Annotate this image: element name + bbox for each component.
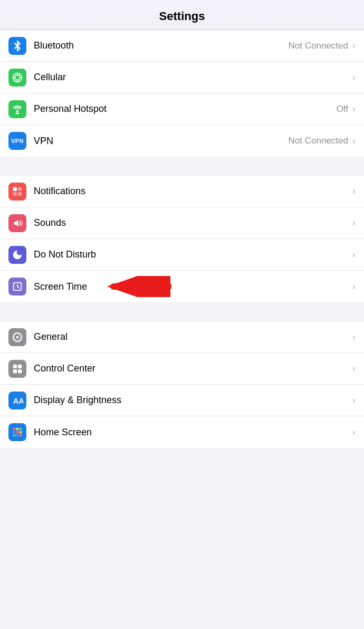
dnd-label: Do Not Disturb: [34, 249, 348, 260]
bluetooth-label: Bluetooth: [34, 40, 289, 51]
display-row[interactable]: AA Display & Brightness ›: [0, 385, 364, 416]
dnd-icon: [8, 246, 26, 264]
screentime-icon: [8, 278, 26, 296]
alerts-group: Notifications › Sounds › Do Not Disturb …: [0, 176, 364, 302]
svg-line-21: [14, 334, 15, 335]
svg-rect-32: [20, 428, 22, 431]
homescreen-label: Home Screen: [34, 427, 348, 438]
hotspot-chevron: ›: [352, 103, 356, 115]
sounds-chevron: ›: [352, 217, 356, 228]
divider-1: [0, 157, 364, 176]
svg-rect-9: [18, 187, 22, 190]
svg-point-1: [15, 75, 20, 80]
svg-rect-38: [20, 434, 22, 437]
svg-rect-37: [16, 434, 19, 437]
hotspot-icon: [8, 100, 26, 118]
system-group: General › Control Center › AA Display & …: [0, 321, 364, 448]
page-header: Settings: [0, 0, 364, 30]
hotspot-row[interactable]: Personal Hotspot Off ›: [0, 93, 364, 125]
cellular-icon: [8, 69, 26, 87]
red-arrow-annotation: [103, 276, 171, 297]
svg-point-16: [16, 336, 19, 338]
svg-rect-28: [18, 369, 22, 373]
sounds-label: Sounds: [34, 217, 348, 228]
sounds-icon: [8, 214, 26, 232]
general-chevron: ›: [352, 331, 356, 342]
sounds-row[interactable]: Sounds ›: [0, 207, 364, 239]
notifications-label: Notifications: [34, 186, 348, 197]
svg-rect-31: [16, 428, 19, 431]
svg-rect-10: [18, 192, 22, 195]
svg-marker-11: [14, 220, 18, 226]
hotspot-label: Personal Hotspot: [34, 103, 337, 115]
screentime-row[interactable]: Screen Time ›: [0, 271, 364, 302]
cellular-chevron: ›: [352, 72, 356, 83]
svg-rect-7: [13, 187, 17, 190]
page-title: Settings: [0, 9, 364, 23]
dnd-chevron: ›: [352, 249, 356, 260]
svg-rect-36: [13, 434, 16, 437]
controlcenter-label: Control Center: [34, 363, 348, 374]
notifications-icon: [8, 183, 26, 201]
svg-rect-34: [16, 431, 19, 434]
controlcenter-row[interactable]: Control Center ›: [0, 353, 364, 385]
vpn-row[interactable]: VPN VPN Not Connected ›: [0, 125, 364, 157]
general-row[interactable]: General ›: [0, 321, 364, 353]
bluetooth-chevron: ›: [352, 40, 356, 51]
notifications-chevron: ›: [352, 186, 356, 197]
svg-rect-30: [13, 428, 16, 431]
svg-rect-35: [20, 431, 22, 434]
svg-line-24: [14, 339, 15, 340]
bluetooth-value: Not Connected: [289, 41, 348, 51]
controlcenter-icon: [8, 360, 26, 378]
vpn-value: Not Connected: [289, 136, 348, 146]
controlcenter-chevron: ›: [352, 363, 356, 374]
hotspot-value: Off: [337, 104, 348, 115]
homescreen-icon: [8, 423, 26, 441]
svg-rect-8: [13, 192, 17, 195]
display-chevron: ›: [352, 395, 356, 406]
svg-rect-27: [13, 369, 17, 373]
display-icon: AA: [8, 392, 26, 409]
connectivity-group: Bluetooth Not Connected › Cellular ›: [0, 30, 364, 157]
general-label: General: [34, 331, 348, 342]
svg-line-22: [20, 339, 21, 340]
vpn-label: VPN: [34, 136, 289, 147]
vpn-chevron: ›: [352, 136, 356, 147]
dnd-row[interactable]: Do Not Disturb ›: [0, 239, 364, 271]
homescreen-chevron: ›: [352, 427, 356, 438]
svg-rect-33: [13, 431, 16, 434]
svg-text:AA: AA: [13, 397, 23, 405]
divider-2: [0, 302, 364, 321]
svg-rect-25: [13, 364, 17, 368]
screentime-label: Screen Time: [34, 281, 348, 292]
notifications-row[interactable]: Notifications ›: [0, 176, 364, 207]
bluetooth-row[interactable]: Bluetooth Not Connected ›: [0, 30, 364, 62]
display-label: Display & Brightness: [34, 395, 348, 406]
svg-line-23: [20, 334, 21, 335]
homescreen-row[interactable]: Home Screen ›: [0, 416, 364, 448]
vpn-icon: VPN: [8, 132, 26, 150]
cellular-row[interactable]: Cellular ›: [0, 62, 364, 93]
cellular-label: Cellular: [34, 72, 348, 83]
screentime-chevron: ›: [352, 281, 356, 292]
general-icon: [8, 328, 26, 346]
svg-rect-26: [18, 364, 22, 368]
bluetooth-icon: [8, 37, 26, 55]
